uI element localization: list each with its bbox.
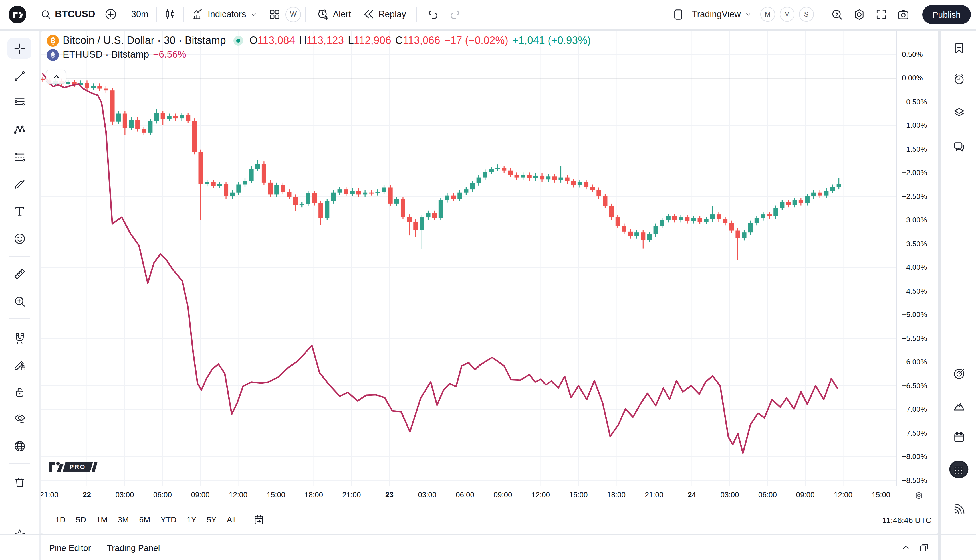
layout-badge[interactable]: W <box>286 7 301 22</box>
brush-icon <box>13 177 26 190</box>
tab-pine-editor[interactable]: Pine Editor <box>41 543 99 552</box>
interval-button[interactable]: 30m <box>125 3 154 25</box>
range-5d-button[interactable]: 5D <box>71 512 91 527</box>
price-axis-label: −3.50% <box>902 239 927 248</box>
collaborator-avatars: MMS <box>756 7 814 22</box>
clock-utc[interactable]: 11:46:46 UTC <box>882 505 931 534</box>
layout-grid-icon <box>268 8 281 20</box>
compare-add-button[interactable] <box>101 3 120 25</box>
range-3m-button[interactable]: 3M <box>113 512 134 527</box>
tool-magnet-button[interactable] <box>7 327 32 348</box>
publish-button[interactable]: Publish <box>923 5 971 24</box>
sidebar-chat-button[interactable] <box>949 137 969 156</box>
tab-trading-panel[interactable]: Trading Panel <box>99 543 168 552</box>
tool-emoji-button[interactable] <box>7 228 32 248</box>
range-1y-button[interactable]: 1Y <box>182 512 202 527</box>
range-1d-button[interactable]: 1D <box>50 512 71 527</box>
sidebar-hotlists-radar-button[interactable] <box>949 364 969 383</box>
go-to-date-icon[interactable] <box>253 513 265 525</box>
indicators-icon <box>192 8 204 20</box>
time-axis-label: 23 <box>385 490 394 499</box>
bottom-panel-bar: Pine Editor Trading Panel <box>41 535 938 560</box>
sidebar-watchlist-button[interactable] <box>949 38 969 58</box>
tool-drawing-lock-button[interactable] <box>7 355 32 375</box>
avatar-m-0[interactable]: M <box>760 7 775 22</box>
fullscreen-button[interactable] <box>871 3 892 25</box>
avatar-m-1[interactable]: M <box>780 7 794 22</box>
sidebar-apps-grid-button[interactable] <box>949 460 969 479</box>
symbol-search-button[interactable]: BTCUSD <box>34 3 101 25</box>
chart-canvas[interactable] <box>41 31 896 486</box>
sidebar-object-tree-layers-button[interactable] <box>949 103 969 122</box>
price-axis-label: −8.50% <box>902 476 927 485</box>
chart-type-button[interactable] <box>159 3 181 25</box>
redo-icon <box>450 8 462 20</box>
legend-compare-series[interactable]: ETHUSD · Bitstamp −6.56% <box>47 48 591 62</box>
settings-button[interactable] <box>848 3 871 25</box>
price-axis[interactable]: 0.50%0.00%−0.50%−1.00%−1.50%−2.00%−2.50%… <box>896 31 938 486</box>
tool-brush-button[interactable] <box>7 173 32 194</box>
time-axis-gear-icon[interactable] <box>914 491 924 500</box>
tool-text-tool-button[interactable] <box>7 201 32 221</box>
tool-lock-all-button[interactable] <box>7 382 32 402</box>
tool-sync-globe-button[interactable] <box>7 436 32 456</box>
tool-trash-button[interactable] <box>7 472 32 492</box>
indicators-label: Indicators <box>208 9 246 19</box>
snapshot-button[interactable] <box>892 3 914 25</box>
avatar-s-2[interactable]: S <box>799 7 814 22</box>
tool-projection-button[interactable] <box>7 147 32 167</box>
legend-main-series[interactable]: B Bitcoin / U.S. Dollar · 30 · Bitstamp … <box>47 33 591 48</box>
price-axis-label: −1.00% <box>902 121 927 130</box>
layout-name-menu[interactable]: TradingView <box>689 3 756 25</box>
price-axis-label: 0.00% <box>902 73 923 82</box>
indicators-button[interactable]: Indicators <box>186 3 264 25</box>
range-5y-button[interactable]: 5Y <box>202 512 222 527</box>
tool-ruler-button[interactable] <box>7 263 32 284</box>
tool-crosshair-button[interactable] <box>7 38 32 59</box>
panel-expand-chevron-icon[interactable] <box>901 542 911 553</box>
quick-search-button[interactable] <box>826 3 848 25</box>
layout-grid-button[interactable] <box>264 3 286 25</box>
undo-button[interactable] <box>421 3 445 25</box>
market-status-dot[interactable] <box>234 36 243 45</box>
time-axis-label: 15:00 <box>267 490 285 499</box>
alert-button[interactable]: Alert <box>311 3 357 25</box>
fib-retracement-icon <box>13 96 26 109</box>
save-layout-button[interactable] <box>667 3 689 25</box>
price-axis-label: −8.00% <box>902 452 927 461</box>
range-ytd-button[interactable]: YTD <box>155 512 182 527</box>
price-axis-label: 0.50% <box>902 50 923 58</box>
tool-pattern-xabcd-button[interactable] <box>7 119 32 140</box>
tool-trend-line-button[interactable] <box>7 66 32 86</box>
tool-fib-retracement-button[interactable] <box>7 92 32 113</box>
time-axis-label: 06:00 <box>153 490 172 499</box>
range-6m-button[interactable]: 6M <box>134 512 155 527</box>
right-sidebar: ? <box>941 31 976 560</box>
price-axis-label: −3.00% <box>902 215 927 224</box>
sidebar-alerts-clock-button[interactable] <box>949 70 969 89</box>
legend-collapse-button[interactable] <box>46 70 66 84</box>
tool-zoom-in-button[interactable] <box>7 291 32 312</box>
time-axis-label: 09:00 <box>493 490 512 499</box>
range-all-button[interactable]: All <box>222 512 241 527</box>
time-axis[interactable]: 21:002203:0006:0009:0012:0015:0018:0021:… <box>41 486 938 505</box>
tradingview-pro-watermark: PRO <box>48 460 98 472</box>
sidebar-top-movers-mountain-button[interactable] <box>949 396 969 415</box>
time-axis-label: 09:00 <box>796 490 814 499</box>
time-axis-label: 15:00 <box>872 490 890 499</box>
price-axis-label: −6.50% <box>902 381 927 390</box>
range-1m-button[interactable]: 1M <box>91 512 113 527</box>
sidebar-streams-signal-button[interactable] <box>949 499 969 518</box>
tradingview-logo-icon[interactable] <box>8 5 26 23</box>
legend-symbol-title: Bitcoin / U.S. Dollar · 30 · Bitstamp <box>63 34 226 47</box>
legend-change: −17 (−0.02%) <box>445 34 508 47</box>
redo-button[interactable] <box>445 3 467 25</box>
workspace-label: TradingView <box>692 9 741 19</box>
replay-button[interactable]: Replay <box>357 3 412 25</box>
chat-icon <box>952 140 966 153</box>
tool-hide-drawings-button[interactable] <box>7 408 32 428</box>
panel-maximize-icon[interactable] <box>919 542 929 553</box>
btc-icon: B <box>47 35 59 47</box>
time-axis-label: 12:00 <box>531 490 550 499</box>
sidebar-calendar-button[interactable] <box>949 427 969 447</box>
